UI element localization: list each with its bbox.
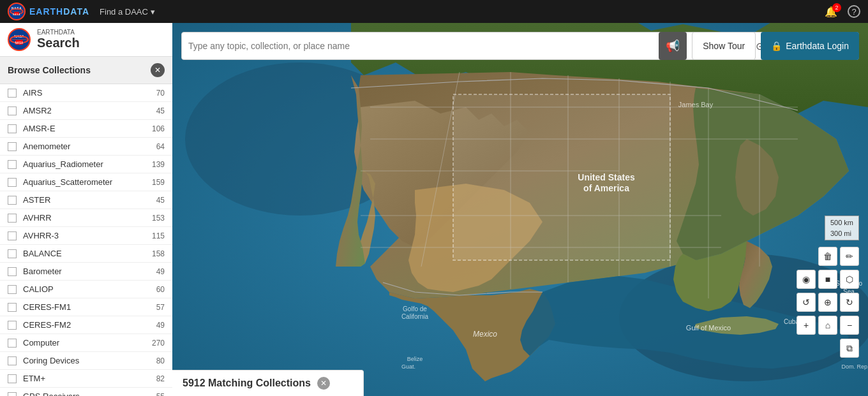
- top-navigation: NASA NASA EARTHDATA Find a DAAC ▾ 🔔 2 ?: [0, 0, 868, 23]
- browse-collections-close-button[interactable]: ✕: [151, 63, 165, 77]
- facet-item[interactable]: Aquarius_Radiometer 139: [0, 156, 172, 173]
- facet-checkbox[interactable]: [8, 124, 17, 133]
- facet-item[interactable]: Barometer 49: [0, 263, 172, 281]
- sidebar-header: NASA NASA EARTHDATA Search: [0, 23, 172, 57]
- facet-checkbox[interactable]: [8, 214, 17, 223]
- earthdata-nav-label: EARTHDATA: [29, 6, 89, 17]
- svg-rect-44: [453, 94, 670, 260]
- facet-item[interactable]: Coring Devices 80: [0, 352, 172, 370]
- facet-item[interactable]: Anemometer 64: [0, 138, 172, 156]
- facet-name: CERES-FM2: [23, 320, 156, 330]
- facet-count: 45: [156, 196, 165, 205]
- facet-checkbox[interactable]: [8, 196, 17, 205]
- earthdata-login-button[interactable]: 🔒 Earthdata Login: [761, 32, 859, 60]
- rotate-left-button[interactable]: ↺: [797, 293, 816, 312]
- facet-count: 139: [152, 160, 165, 169]
- facet-item[interactable]: GPS Receivers 55: [0, 388, 172, 396]
- facet-checkbox[interactable]: [8, 392, 17, 397]
- facet-checkbox[interactable]: [8, 374, 17, 383]
- facet-count: 49: [156, 267, 165, 276]
- announcement-button[interactable]: 📢: [659, 32, 687, 60]
- facet-checkbox[interactable]: [8, 106, 17, 115]
- help-button[interactable]: ?: [848, 5, 860, 18]
- facet-name: AVHRR: [23, 213, 152, 223]
- facet-name: AMSR2: [23, 106, 156, 115]
- trash-button[interactable]: 🗑: [818, 247, 837, 266]
- facet-item[interactable]: AIRS 70: [0, 84, 172, 102]
- facet-checkbox[interactable]: [8, 303, 17, 312]
- svg-text:NASA: NASA: [13, 13, 20, 16]
- facet-count: 60: [156, 285, 165, 294]
- zoom-out-button[interactable]: −: [840, 316, 859, 335]
- svg-text:Mexico: Mexico: [473, 330, 497, 339]
- facet-checkbox[interactable]: [8, 285, 17, 294]
- facet-item[interactable]: CALIOP 60: [0, 281, 172, 298]
- find-daac-button[interactable]: Find a DAAC ▾: [100, 7, 155, 17]
- facet-item[interactable]: AVHRR-3 115: [0, 227, 172, 245]
- map-rotate-controls: ↺ ⊕ ↻: [797, 293, 859, 312]
- svg-text:Gulf of Mexico: Gulf of Mexico: [686, 324, 731, 332]
- nasa-logo: NASA NASA EARTHDATA: [8, 3, 89, 20]
- map-container[interactable]: United States of America Mexico Gulf of …: [172, 23, 868, 396]
- rotate-right-button[interactable]: ↻: [840, 293, 859, 312]
- matching-close-button[interactable]: ✕: [317, 377, 330, 390]
- earthdata-logo: NASA NASA: [8, 28, 31, 51]
- facet-name: Aquarius_Radiometer: [23, 159, 152, 169]
- scale-bar: 500 km 300 mi: [825, 216, 859, 240]
- facet-count: 82: [156, 374, 165, 383]
- facet-checkbox[interactable]: [8, 89, 17, 98]
- facet-count: 64: [156, 142, 165, 151]
- map-draw-controls: ◉ ■ ⬡: [797, 270, 859, 289]
- edit-button[interactable]: ✏: [840, 247, 859, 266]
- announcement-icon: 📢: [666, 39, 680, 53]
- home-button[interactable]: ⌂: [818, 316, 837, 335]
- facet-item[interactable]: ETM+ 82: [0, 370, 172, 388]
- facet-item[interactable]: AVHRR 153: [0, 209, 172, 227]
- facet-checkbox[interactable]: [8, 249, 17, 258]
- facet-item[interactable]: CERES-FM2 49: [0, 316, 172, 334]
- facet-item[interactable]: CERES-FM1 57: [0, 298, 172, 316]
- map-zoom-controls: + ⌂ −: [797, 316, 859, 335]
- facet-item[interactable]: BALANCE 158: [0, 245, 172, 263]
- facet-checkbox[interactable]: [8, 160, 17, 169]
- facet-count: 153: [152, 214, 165, 223]
- facet-name: Barometer: [23, 267, 156, 276]
- svg-text:Dom. Rep.: Dom. Rep.: [841, 363, 868, 370]
- facet-item[interactable]: Computer 270: [0, 334, 172, 352]
- facet-item[interactable]: AMSR2 45: [0, 102, 172, 120]
- facet-count: 158: [152, 249, 165, 258]
- facet-checkbox[interactable]: [8, 321, 17, 330]
- facet-item[interactable]: Aquarius_Scatterometer 159: [0, 173, 172, 191]
- facet-name: Computer: [23, 338, 152, 348]
- layers-button[interactable]: ⧉: [840, 339, 859, 358]
- globe-button[interactable]: ⊕: [818, 293, 837, 312]
- show-tour-button[interactable]: Show Tour: [692, 32, 756, 60]
- notification-count: 2: [832, 3, 841, 12]
- facet-item[interactable]: AMSR-E 106: [0, 120, 172, 138]
- notifications-button[interactable]: 🔔 2: [825, 6, 837, 18]
- facet-count: 106: [152, 124, 165, 133]
- polygon-button[interactable]: ⬡: [840, 270, 859, 289]
- facet-name: AVHRR-3: [23, 231, 152, 240]
- facet-count: 55: [156, 392, 165, 397]
- facet-checkbox[interactable]: [8, 356, 17, 365]
- facet-name: CERES-FM1: [23, 302, 156, 312]
- facet-checkbox[interactable]: [8, 178, 17, 187]
- facet-count: 80: [156, 356, 165, 365]
- facet-name: AIRS: [23, 88, 156, 98]
- browse-collections-header: Browse Collections ✕: [0, 57, 172, 84]
- facet-checkbox[interactable]: [8, 267, 17, 276]
- lock-icon: 🔒: [771, 41, 782, 51]
- facet-name: ETM+: [23, 374, 156, 383]
- marker-button[interactable]: ◉: [797, 270, 816, 289]
- zoom-in-button[interactable]: +: [797, 316, 816, 335]
- facet-item[interactable]: ASTER 45: [0, 191, 172, 209]
- facet-name: Aquarius_Scatterometer: [23, 177, 152, 187]
- facet-count: 159: [152, 178, 165, 187]
- facet-checkbox[interactable]: [8, 339, 17, 348]
- facet-checkbox[interactable]: [8, 231, 17, 240]
- facet-checkbox[interactable]: [8, 142, 17, 151]
- square-button[interactable]: ■: [818, 270, 837, 289]
- matching-collections-bar: 5912 Matching Collections ✕: [172, 370, 364, 396]
- facet-name: ASTER: [23, 195, 156, 205]
